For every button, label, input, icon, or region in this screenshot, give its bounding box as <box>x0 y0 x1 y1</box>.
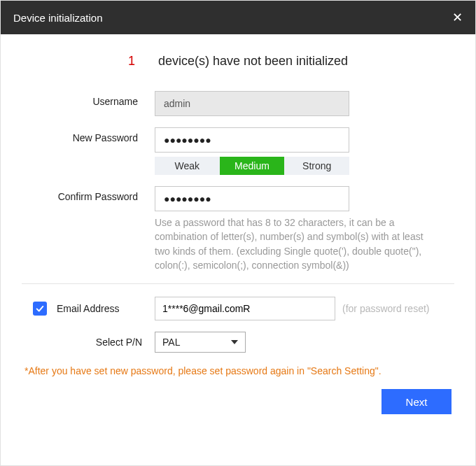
row-email: Email Address (for password reset) <box>22 297 454 320</box>
row-username: Username <box>22 91 454 116</box>
check-icon <box>35 304 45 313</box>
next-button[interactable]: Next <box>382 389 451 414</box>
email-hint: (for password reset) <box>342 303 429 314</box>
password-hint: Use a password that has 8 to 32 characte… <box>155 216 435 272</box>
dialog-content: 1 device(s) have not been initialized Us… <box>1 34 475 428</box>
chevron-down-icon <box>231 340 238 344</box>
new-password-label: New Password <box>22 127 155 143</box>
select-pn-value: PAL <box>162 337 180 348</box>
dialog-title: Device initialization <box>13 12 103 24</box>
confirm-password-field[interactable] <box>155 186 349 211</box>
new-password-field[interactable] <box>155 127 349 153</box>
divider <box>22 283 454 284</box>
email-checkbox[interactable] <box>33 302 47 316</box>
username-field <box>155 91 349 116</box>
banner-text: device(s) have not been initialized <box>158 54 348 68</box>
dialog-footer: Next <box>22 389 454 414</box>
device-count: 1 <box>128 54 135 68</box>
dialog-header: Device initialization ✕ <box>1 1 475 34</box>
strength-strong: Strong <box>284 157 349 175</box>
row-new-password: New Password Weak Medium Strong <box>22 127 454 175</box>
close-icon[interactable]: ✕ <box>452 10 463 25</box>
banner: 1 device(s) have not been initialized <box>22 54 454 69</box>
strength-weak: Weak <box>155 157 220 175</box>
email-label: Email Address <box>55 303 155 314</box>
confirm-password-label: Confirm Password <box>22 186 155 202</box>
password-strength-meter: Weak Medium Strong <box>155 157 349 175</box>
row-select-pn: Select P/N PAL <box>22 332 454 353</box>
strength-medium: Medium <box>220 157 285 175</box>
username-label: Username <box>22 91 155 107</box>
select-pn-dropdown[interactable]: PAL <box>155 332 246 353</box>
row-confirm-password: Confirm Password Use a password that has… <box>22 186 454 272</box>
select-pn-label: Select P/N <box>55 337 155 348</box>
warning-text: *After you have set new password, please… <box>22 365 454 376</box>
dialog-device-initialization: Device initialization ✕ 1 device(s) have… <box>0 0 476 466</box>
email-field[interactable] <box>155 297 335 320</box>
